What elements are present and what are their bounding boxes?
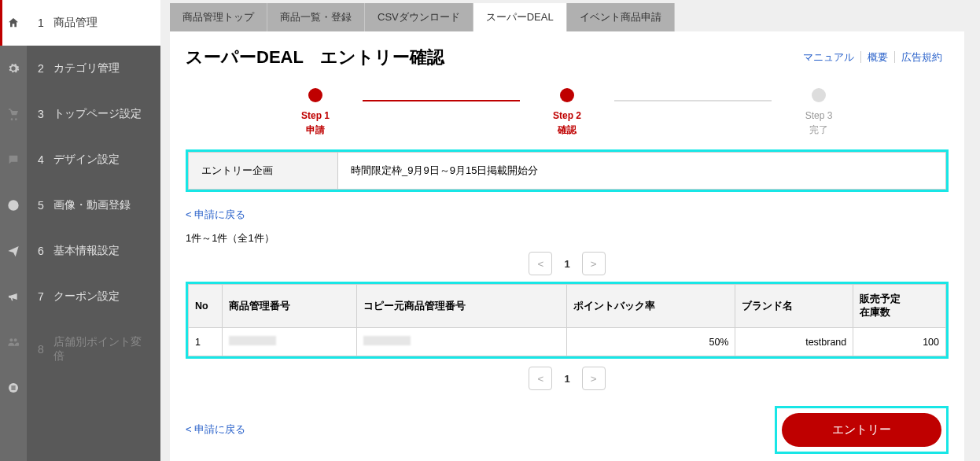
pager-top: < 1 >	[186, 252, 949, 275]
entry-plan-label: エントリー企画	[189, 153, 338, 189]
side-nav: 1商品管理 2カテゴリ管理 3トップページ設定 4デザイン設定 5画像・動画登録…	[27, 0, 160, 461]
entry-summary-box: エントリー企画 時間限定枠_9月9日～9月15日掲載開始分	[186, 149, 949, 192]
th-rate: ポイントバック率	[567, 285, 735, 328]
result-count: 1件～1件（全1件）	[186, 231, 949, 245]
top-links: マニュアル概要広告規約	[797, 50, 949, 65]
th-copy: コピー元商品管理番号	[356, 285, 567, 328]
step-3: Step 3完了	[772, 88, 866, 137]
back-link-bottom[interactable]: < 申請に戻る	[186, 422, 245, 437]
pager-bottom: < 1 >	[186, 367, 949, 390]
pager-next-button[interactable]: >	[582, 367, 606, 390]
sidenav-label: 店舗別ポイント変倍	[53, 335, 149, 363]
tab-list[interactable]: 商品一覧・登録	[267, 3, 365, 31]
cell-no: 1	[189, 328, 223, 356]
sidenav-item-point[interactable]: 8店舗別ポイント変倍	[27, 319, 160, 379]
sidenav-label: 画像・動画登録	[53, 198, 131, 212]
th-no: No	[189, 285, 223, 328]
svg-rect-2	[11, 387, 15, 388]
rail-comment-icon[interactable]	[0, 137, 27, 183]
sidenav-label: カテゴリ管理	[53, 61, 120, 76]
sidenav-label: 基本情報設定	[53, 244, 120, 258]
link-manual[interactable]: マニュアル	[797, 51, 860, 63]
page-panel: スーパーDEAL エントリー確認 マニュアル概要広告規約 Step 1申請 St…	[170, 31, 964, 461]
tab-top[interactable]: 商品管理トップ	[170, 3, 267, 31]
pager-current: 1	[555, 258, 579, 270]
rail-send-icon[interactable]	[0, 228, 27, 274]
rail-gear-icon[interactable]	[0, 46, 27, 91]
tab-bar: 商品管理トップ 商品一覧・登録 CSVダウンロード スーパーDEAL イベント商…	[170, 3, 964, 31]
sidenav-item-coupon[interactable]: 7クーポン設定	[27, 274, 160, 319]
rail-list-icon[interactable]	[0, 365, 27, 411]
rail-cart-icon[interactable]	[0, 91, 27, 137]
sidenav-label: クーポン設定	[53, 290, 120, 304]
entry-button[interactable]: エントリー	[782, 413, 941, 447]
pager-next-button[interactable]: >	[582, 252, 606, 275]
step-dot-icon	[560, 88, 574, 102]
tab-superdeal[interactable]: スーパーDEAL	[473, 3, 567, 31]
step-1: Step 1申請	[268, 88, 363, 137]
table-row: 1 50% testbrand 100	[189, 328, 946, 356]
entry-plan-value: 時間限定枠_9月9日～9月15日掲載開始分	[338, 153, 945, 189]
th-stock: 販売予定 在庫数	[853, 285, 946, 328]
cell-copy	[356, 328, 567, 356]
link-ad-rules[interactable]: 広告規約	[894, 51, 949, 63]
sidenav-label: デザイン設定	[53, 153, 120, 167]
step-connector	[614, 100, 772, 101]
back-link[interactable]: < 申請に戻る	[186, 208, 245, 222]
sidenav-item-toppage[interactable]: 3トップページ設定	[27, 91, 160, 137]
icon-rail	[0, 0, 27, 461]
redacted-value	[363, 336, 411, 345]
step-2: Step 2確認	[520, 88, 614, 137]
step-dot-icon	[308, 88, 322, 102]
rail-chart-icon[interactable]	[0, 183, 27, 228]
step-dot-icon	[812, 88, 826, 102]
link-overview[interactable]: 概要	[860, 51, 894, 63]
sidenav-item-categories[interactable]: 2カテゴリ管理	[27, 46, 160, 91]
cell-rate: 50%	[567, 328, 735, 356]
sidenav-item-media[interactable]: 5画像・動画登録	[27, 183, 160, 228]
svg-rect-3	[11, 389, 15, 389]
th-prod: 商品管理番号	[222, 285, 356, 328]
tab-csv[interactable]: CSVダウンロード	[365, 3, 473, 31]
th-brand: ブランド名	[735, 285, 853, 328]
cell-stock: 100	[853, 328, 946, 356]
sidenav-item-design[interactable]: 4デザイン設定	[27, 137, 160, 183]
rail-megaphone-icon[interactable]	[0, 274, 27, 319]
sidenav-item-products[interactable]: 1商品管理	[27, 0, 160, 46]
pager-prev-button[interactable]: <	[529, 252, 552, 275]
step-indicator: Step 1申請 Step 2確認 Step 3完了	[186, 88, 949, 137]
cell-brand: testbrand	[735, 328, 853, 356]
result-table: No 商品管理番号 コピー元商品管理番号 ポイントバック率 ブランド名 販売予定…	[188, 284, 946, 356]
sidenav-label: 商品管理	[53, 16, 98, 30]
cell-prod	[222, 328, 356, 356]
step-connector	[363, 100, 520, 101]
page-title: スーパーDEAL エントリー確認	[186, 46, 445, 69]
entry-button-wrap: エントリー	[775, 406, 949, 454]
pager-prev-button[interactable]: <	[529, 367, 552, 390]
redacted-value	[229, 336, 276, 345]
sidenav-label: トップページ設定	[53, 107, 142, 121]
main-area: 商品管理トップ 商品一覧・登録 CSVダウンロード スーパーDEAL イベント商…	[160, 0, 980, 461]
rail-home-icon[interactable]	[0, 0, 27, 46]
tab-event[interactable]: イベント商品申請	[567, 3, 675, 31]
rail-users-icon[interactable]	[0, 319, 27, 365]
pager-current: 1	[555, 373, 579, 385]
sidenav-item-basic[interactable]: 6基本情報設定	[27, 228, 160, 274]
result-table-box: No 商品管理番号 コピー元商品管理番号 ポイントバック率 ブランド名 販売予定…	[186, 282, 949, 359]
svg-rect-1	[11, 385, 15, 386]
